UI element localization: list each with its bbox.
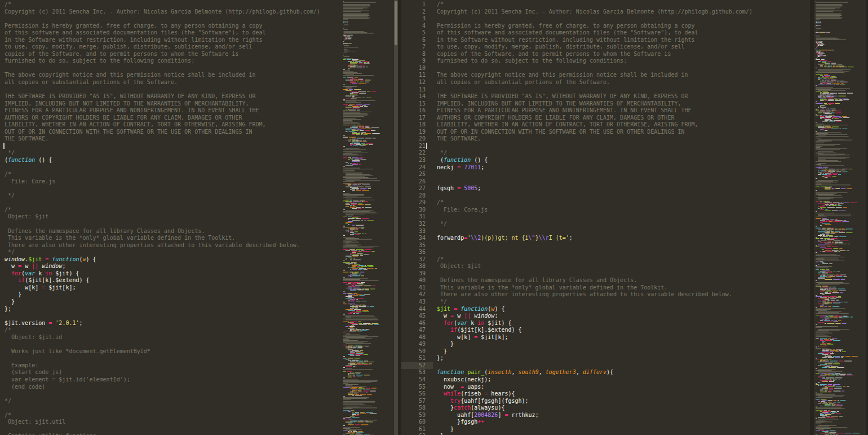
right-code-area[interactable]: /*Copyright (c) 2011 Sencha Inc. - Autho… [437, 1, 752, 435]
line-number: 24 [401, 164, 433, 172]
left-editor-pane[interactable]: /*Copyright (c) 2011 Sencha Inc. - Autho… [0, 0, 338, 435]
code-line [437, 362, 752, 370]
code-line: neckj = 77011; [437, 164, 752, 172]
code-line: $jit = function(w) { [437, 306, 752, 313]
code-line: if($jit[k].$extend) { [437, 327, 752, 334]
code-line: (function () { [437, 157, 752, 164]
line-number: 42 [401, 291, 433, 298]
line-number: 14 [401, 93, 433, 100]
code-line: } [437, 341, 752, 348]
code-line: AUTHORS OR COPYRIGHT HOLDERS BE LIABLE F… [5, 115, 320, 122]
code-line [437, 249, 752, 256]
line-number: 8 [401, 51, 433, 58]
code-line: OUT OF OR IN CONNECTION WITH THE SOFTWAR… [437, 129, 752, 136]
code-line: of this software and associated document… [437, 29, 752, 37]
code-line [5, 86, 320, 94]
code-line: /* [5, 206, 320, 214]
code-line [437, 65, 752, 72]
code-line [5, 355, 320, 362]
line-number-gutter: 1234567891011121314151617181920212223242… [401, 1, 433, 435]
code-line [437, 213, 752, 221]
code-line: } [5, 298, 320, 306]
code-line [5, 313, 320, 320]
line-number: 60 [401, 419, 433, 426]
right-editor-pane[interactable]: 1234567891011121314151617181920212223242… [401, 0, 810, 435]
code-line: forwardp='\\2)(p))gt; nt {i\"}\\rI (t='; [437, 235, 752, 242]
code-line: (function () { [5, 157, 320, 164]
code-line: */ [5, 398, 320, 405]
code-line: for(var k in $jit) { [437, 320, 752, 327]
code-line: /* [5, 327, 320, 334]
code-line: w[k] = $jit[k]; [437, 334, 752, 341]
code-line: while(riseb = hears){ [437, 390, 752, 398]
code-line [5, 341, 320, 348]
line-number: 20 [401, 135, 433, 143]
line-number: 47 [401, 327, 433, 334]
line-number: 3 [401, 15, 433, 23]
code-line [437, 178, 752, 186]
code-line: /* [5, 1, 320, 8]
code-line: THE SOFTWARE IS PROVIDED "AS IS", WITHOU… [437, 93, 752, 100]
line-number: 50 [401, 348, 433, 355]
line-number: 44 [401, 306, 433, 313]
line-number: 7 [401, 43, 433, 51]
code-line: Defines the namespace for all library Cl… [437, 277, 752, 284]
line-number: 55 [401, 384, 433, 391]
code-line [5, 405, 320, 412]
line-number: 49 [401, 341, 433, 348]
left-scrollbar[interactable] [394, 0, 398, 435]
code-line: IMPLIED, INCLUDING BUT NOT LIMITED TO TH… [437, 100, 752, 108]
code-line: */ [437, 221, 752, 228]
code-line: There are also other interesting propert… [5, 242, 320, 249]
code-line: window.$jit = function(w) { [5, 256, 320, 263]
code-line: The above copyright notice and this perm… [437, 72, 752, 79]
code-line: Permission is hereby granted, free of ch… [437, 23, 752, 30]
editor-diff-view: /*Copyright (c) 2011 Sencha Inc. - Autho… [0, 0, 868, 435]
code-line [5, 164, 320, 172]
code-line [437, 228, 752, 235]
code-line: to use, copy, modify, merge, publish, di… [5, 43, 320, 51]
code-line: uahf[2004826] = rrthkuz; [437, 412, 752, 419]
line-number: 19 [401, 129, 433, 136]
code-line: (start code js) [5, 369, 320, 376]
line-number: 16 [401, 107, 433, 115]
code-line: } [437, 426, 752, 433]
line-number: 5 [401, 29, 433, 37]
line-number: 10 [401, 65, 433, 72]
code-line: all copies or substantial portions of th… [5, 79, 320, 86]
line-number: 17 [401, 115, 433, 122]
code-line: Copyright (c) 2011 Sencha Inc. - Author:… [5, 8, 320, 16]
code-line: This variable is the *only* global varia… [437, 284, 752, 292]
line-number: 18 [401, 121, 433, 129]
code-line [5, 185, 320, 192]
code-line [437, 86, 752, 94]
line-number: 25 [401, 171, 433, 178]
line-number: 2 [401, 8, 433, 16]
line-number: 9 [401, 58, 433, 65]
code-line: in the Software without restriction, inc… [5, 37, 320, 44]
line-number: 6 [401, 37, 433, 44]
code-line: try{uahf[fgsgh](fgsgh); [437, 398, 752, 405]
code-line: Object: $jit.util [5, 419, 320, 426]
left-minimap[interactable] [342, 0, 393, 435]
code-line [5, 199, 320, 206]
line-number: 11 [401, 72, 433, 79]
right-minimap[interactable] [814, 0, 866, 435]
code-line: now_ = uaps; [437, 384, 752, 391]
line-number: 45 [401, 313, 433, 320]
left-scrollbar-thumb[interactable] [395, 1, 397, 45]
line-number: 48 [401, 334, 433, 341]
line-number: 22 [401, 150, 433, 157]
code-line: /* [437, 256, 752, 263]
code-line [5, 221, 320, 228]
code-line: (end code) [5, 384, 320, 391]
left-code-area[interactable]: /*Copyright (c) 2011 Sencha Inc. - Autho… [5, 1, 320, 435]
code-line: THE SOFTWARE. [5, 135, 320, 143]
line-number: 36 [401, 249, 433, 256]
line-number: 34 [401, 235, 433, 242]
line-number: 62 [401, 433, 433, 435]
line-number: 61 [401, 426, 433, 433]
code-line: FITNESS FOR A PARTICULAR PURPOSE AND NON… [437, 107, 752, 115]
code-line: Object: $jit [5, 213, 320, 221]
right-scroll-track[interactable] [866, 0, 868, 435]
